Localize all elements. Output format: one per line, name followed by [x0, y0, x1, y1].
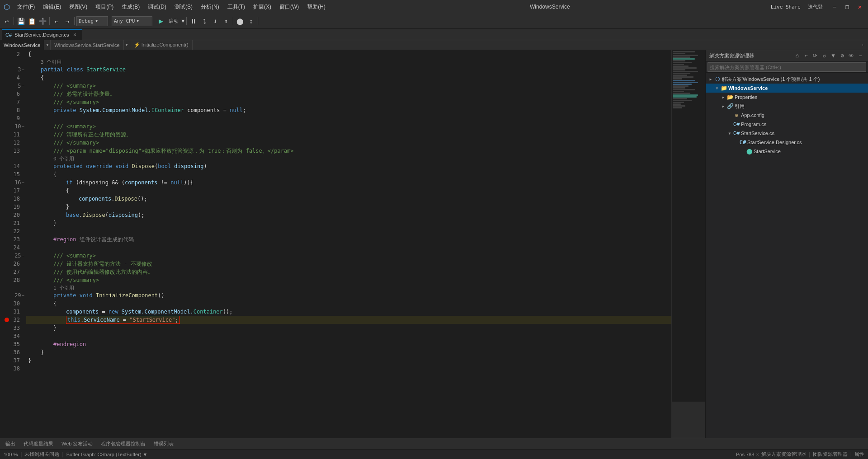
code-line-37[interactable]: }	[26, 356, 671, 365]
code-line-33[interactable]: }	[26, 324, 671, 332]
path-segment-2[interactable]: WindowsService.StartService	[51, 40, 123, 50]
code-line-21[interactable]: }	[26, 219, 671, 227]
code-line-8[interactable]: private System.ComponentModel.IContainer…	[26, 106, 671, 114]
step-over-btn[interactable]: ⤵	[199, 16, 209, 26]
code-line-30[interactable]: {	[26, 300, 671, 308]
tree-designer[interactable]: ▶ C# StartService.Designer.cs	[706, 138, 868, 147]
minimize-btn[interactable]: −	[830, 2, 839, 11]
fold-5[interactable]: −	[22, 84, 24, 88]
code-line-23[interactable]: #region 组件设计器生成的代码	[26, 235, 671, 244]
tree-ref[interactable]: ▶ 🔗 引用	[706, 102, 868, 111]
code-line-36[interactable]: }	[26, 348, 671, 356]
path-add-btn[interactable]: +	[860, 40, 866, 50]
fold-25[interactable]: −	[22, 253, 24, 258]
breakpoint-32[interactable]	[5, 318, 9, 322]
path-segment-1[interactable]: WindowsService	[0, 40, 44, 50]
code-editor[interactable]: {3 个引用partial class StartService{/// <su…	[26, 50, 671, 438]
play-btn[interactable]: ▶	[156, 16, 166, 26]
code-line-18[interactable]: components.Dispose();	[26, 195, 671, 203]
tree-startservice-class[interactable]: ▶ ⬤ StartService	[706, 147, 868, 156]
code-line-32[interactable]: this.ServiceName = "StartService";	[26, 316, 671, 324]
menu-item[interactable]: 测试(S)	[171, 2, 196, 12]
save-btn[interactable]: 💾	[16, 16, 26, 26]
tab-close-0[interactable]: ×	[72, 32, 78, 38]
preview-btn[interactable]: 👁	[847, 52, 855, 60]
refresh-btn[interactable]: ↺	[820, 52, 828, 60]
bottom-tab-4[interactable]: 错误列表	[150, 439, 177, 449]
code-line-31[interactable]: components = new System.ComponentModel.C…	[26, 308, 671, 316]
start-label[interactable]: 启动 ▼	[169, 18, 184, 24]
menu-item[interactable]: 窗口(W)	[276, 2, 302, 12]
tree-appconfig[interactable]: ▶ ⚙ App.config	[706, 111, 868, 120]
fold-10[interactable]: −	[22, 124, 24, 129]
tree-startservicecs[interactable]: ▼ C# StartService.cs	[706, 129, 868, 138]
debug-dropdown[interactable]: Debug ▼	[76, 16, 108, 26]
code-line-10[interactable]: /// <summary>	[26, 122, 671, 131]
code-line-20[interactable]: base.Dispose(disposing);	[26, 211, 671, 219]
path-dropdown-1[interactable]: ▼	[44, 40, 51, 50]
solution-search-input[interactable]	[708, 62, 866, 72]
code-line-4[interactable]: {	[26, 74, 671, 82]
back-btn[interactable]: ←	[52, 16, 61, 26]
menu-item[interactable]: 分析(N)	[197, 2, 223, 12]
filter-btn[interactable]: ▼	[829, 52, 837, 60]
code-line-26[interactable]: /// 设计器支持所需的方法 - 不要修改	[26, 260, 671, 268]
code-line-15[interactable]: {	[26, 170, 671, 178]
tab-0[interactable]: C#StartService.Designer.cs×	[2, 29, 82, 40]
code-line-25[interactable]: /// <summary>	[26, 252, 671, 260]
path-dropdown-2[interactable]: ▼	[124, 40, 130, 50]
bottom-tab-0[interactable]: 输出	[2, 439, 19, 449]
menu-item[interactable]: 工具(T)	[224, 2, 249, 12]
code-line-13[interactable]: /// <param name="disposing">如果应释放托管资源，为 …	[26, 147, 671, 155]
code-line-29[interactable]: private void InitializeComponent()	[26, 291, 671, 300]
code-line-14[interactable]: protected override void Dispose(bool dis…	[26, 162, 671, 170]
code-line-5[interactable]: /// <summary>	[26, 82, 671, 90]
tree-solution[interactable]: ▶ ⬡ 解决方案'WindowsService'(1 个项目/共 1 个)	[706, 75, 868, 84]
code-line-7[interactable]: /// </summary>	[26, 98, 671, 106]
code-line-28[interactable]: /// </summary>	[26, 276, 671, 284]
undo-btn[interactable]: ↩	[2, 16, 12, 26]
props-btn[interactable]: ⚙	[838, 52, 846, 60]
fold-29[interactable]: −	[22, 293, 24, 298]
code-line-27[interactable]: /// 使用代码编辑器修改此方法的内容。	[26, 268, 671, 276]
solution-tab-btn[interactable]: 解决方案资源管理器	[761, 451, 806, 458]
fold-3[interactable]: −	[22, 67, 24, 72]
code-line-35[interactable]: #endregion	[26, 340, 671, 348]
tree-programcs[interactable]: ▶ C# Program.cs	[706, 120, 868, 129]
sync-btn[interactable]: ⟳	[811, 52, 819, 60]
menu-item[interactable]: 扩展(X)	[250, 2, 275, 12]
close-btn[interactable]: ✕	[855, 2, 864, 11]
bottom-tab-1[interactable]: 代码度量结果	[20, 439, 57, 449]
restore-btn[interactable]: ❒	[843, 2, 852, 11]
code-line-17[interactable]: {	[26, 187, 671, 195]
code-line-22[interactable]	[26, 227, 671, 235]
code-line-19[interactable]: }	[26, 203, 671, 211]
forward-btn[interactable]: →	[62, 16, 72, 26]
menu-item[interactable]: 生成(B)	[118, 2, 143, 12]
buffer-info[interactable]: Buffer Graph: CSharp (TextBuffer) ▼	[66, 452, 148, 457]
menu-item[interactable]: 文件(F)	[14, 2, 38, 12]
back-btn[interactable]: ←	[802, 52, 810, 60]
tree-project[interactable]: ▼ 📁 WindowsService	[706, 84, 868, 93]
code-line-9[interactable]	[26, 114, 671, 122]
menu-item[interactable]: 编辑(E)	[39, 2, 65, 12]
menu-item[interactable]: 调试(D)	[144, 2, 170, 12]
collapse-btn[interactable]: −	[856, 52, 864, 60]
code-line-16[interactable]: if (disposing && (components != null)){	[26, 178, 671, 187]
tree-properties[interactable]: ▶ 📂 Properties	[706, 93, 868, 102]
bottom-tab-3[interactable]: 程序包管理器控制台	[97, 439, 149, 449]
menu-item[interactable]: 帮助(H)	[303, 2, 329, 12]
cpu-dropdown[interactable]: Any CPU ▼	[112, 16, 152, 26]
nav-btn[interactable]: ↕	[246, 16, 256, 26]
code-line-34[interactable]	[26, 332, 671, 340]
home-btn[interactable]: ⌂	[793, 52, 801, 60]
step-out-btn[interactable]: ⬆	[221, 16, 231, 26]
pause-btn[interactable]: ⏸	[189, 16, 198, 26]
menu-item[interactable]: 视图(V)	[66, 2, 91, 12]
fold-16[interactable]: −	[22, 180, 24, 185]
path-segment-3[interactable]: ⚡ InitializeComponent()	[130, 40, 193, 50]
props-tab-btn[interactable]: 属性	[854, 451, 864, 458]
code-line-38[interactable]	[26, 365, 671, 373]
code-line-24[interactable]	[26, 244, 671, 252]
breakpoint-btn[interactable]: ⬤	[235, 16, 245, 26]
